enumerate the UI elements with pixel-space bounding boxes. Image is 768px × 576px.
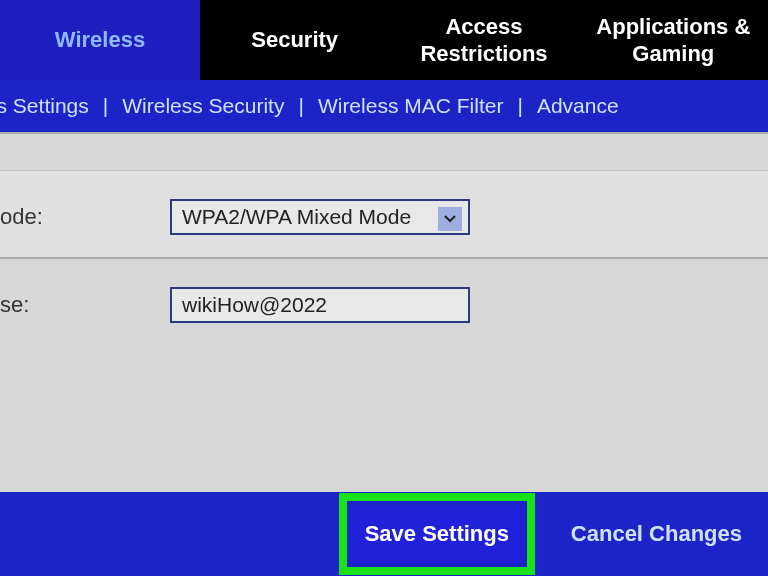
passphrase-label: se: — [0, 292, 170, 318]
divider: | — [511, 94, 528, 118]
button-label: Cancel Changes — [571, 521, 742, 547]
tab-label: Access Restrictions — [397, 13, 570, 68]
subnav-wireless-settings[interactable]: eless Settings — [0, 94, 97, 118]
subnav-advanced[interactable]: Advance — [529, 94, 627, 118]
subnav-wireless-security[interactable]: Wireless Security — [114, 94, 292, 118]
chevron-down-icon — [438, 207, 462, 231]
divider: | — [292, 94, 309, 118]
tab-label: Wireless — [55, 26, 145, 54]
button-label: Save Settings — [365, 521, 509, 547]
tab-label: Applications & Gaming — [587, 13, 760, 68]
tab-applications-gaming[interactable]: Applications & Gaming — [579, 0, 768, 80]
secondary-nav: eless Settings | Wireless Security | Wir… — [0, 80, 768, 132]
save-settings-button[interactable]: Save Settings — [351, 505, 523, 563]
footer-bar: Save Settings Cancel Changes — [0, 492, 768, 576]
security-mode-select[interactable]: WPA2/WPA Mixed Mode — [170, 199, 470, 235]
security-mode-label: ode: — [0, 204, 170, 230]
highlight-box: Save Settings — [339, 493, 535, 575]
primary-nav: Wireless Security Access Restrictions Ap… — [0, 0, 768, 80]
divider: | — [97, 94, 114, 118]
subnav-wireless-mac-filter[interactable]: Wireless MAC Filter — [310, 94, 512, 118]
passphrase-input[interactable] — [170, 287, 470, 323]
tab-label: Security — [251, 26, 338, 54]
security-mode-value: WPA2/WPA Mixed Mode — [182, 205, 411, 229]
tab-wireless[interactable]: Wireless — [0, 0, 200, 80]
cancel-changes-button[interactable]: Cancel Changes — [571, 521, 742, 547]
tab-access-restrictions[interactable]: Access Restrictions — [389, 0, 578, 80]
tab-security[interactable]: Security — [200, 0, 389, 80]
security-mode-section: ode: WPA2/WPA Mixed Mode — [0, 170, 768, 259]
content-area: ode: WPA2/WPA Mixed Mode se: — [0, 132, 768, 492]
